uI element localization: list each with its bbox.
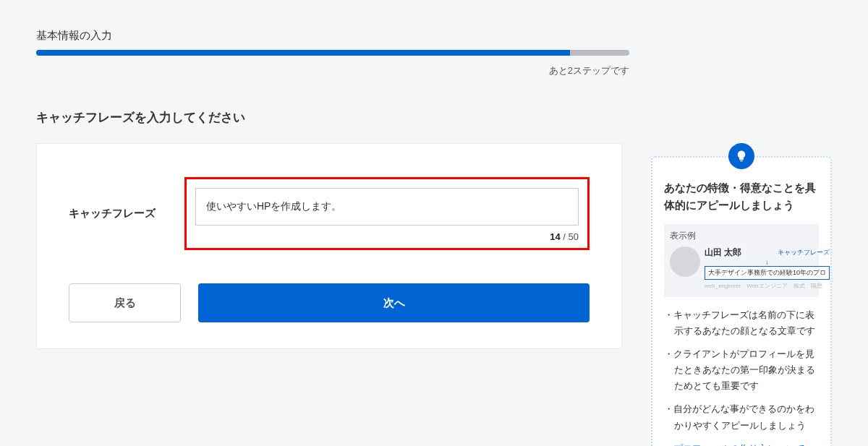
tip-list: ・キャッチフレーズは名前の下に表示するあなたの顔となる文章です ・クライアントが… <box>664 307 819 446</box>
back-button[interactable]: 戻る <box>69 283 181 322</box>
example-catch-label: キャッチフレーズ <box>778 248 830 257</box>
example-phrase: 大手デザイン事務所での経験10年のプロ <box>705 266 830 280</box>
example-name: 山田 太郎 <box>705 246 741 259</box>
field-label: キャッチフレーズ <box>69 207 184 220</box>
progress-bar <box>36 50 629 56</box>
svg-rect-0 <box>740 160 743 161</box>
example-tags: web_engineer Webエンジニア 株式 職歴 <box>705 282 830 290</box>
field-highlight: 14 / 50 <box>184 177 590 250</box>
tip-example-label: 表示例 <box>670 230 813 242</box>
progress-caption: あと2ステップです <box>36 64 629 77</box>
tip-list-item-link[interactable]: ・プロフィールの作り方について、詳しくはこちら <box>664 441 819 446</box>
lightbulb-icon <box>728 143 754 169</box>
progress-fill <box>36 50 570 56</box>
tip-list-item: ・キャッチフレーズは名前の下に表示するあなたの顔となる文章です <box>664 307 819 339</box>
next-button[interactable]: 次へ <box>198 283 590 322</box>
main-card: キャッチフレーズ 14 / 50 戻る 次へ <box>36 143 622 349</box>
progress-title: 基本情報の入力 <box>36 29 832 43</box>
tip-list-item: ・クライアントがプロフィールを見たときあなたの第一印象が決まるためとても重要です <box>664 346 819 394</box>
tip-example: 表示例 山田 太郎 キャッチフレーズ ↓ 大手デザイン事務所での経験10年のプロ… <box>664 224 819 297</box>
tip-panel: あなたの特徴・得意なことを具体的にアピールしましょう 表示例 山田 太郎 キャッ… <box>651 143 832 446</box>
char-count-current: 14 <box>550 231 560 242</box>
avatar <box>670 246 700 277</box>
section-title: キャッチフレーズを入力してください <box>36 109 832 126</box>
tip-list-item: ・自分がどんな事ができるのかをわかりやすくアピールしましょう <box>664 401 819 433</box>
char-count: 14 / 50 <box>195 231 579 242</box>
char-count-max: 50 <box>569 231 579 242</box>
catchphrase-input[interactable] <box>195 188 579 226</box>
arrow-down-icon: ↓ <box>705 260 830 265</box>
tip-title: あなたの特徴・得意なことを具体的にアピールしましょう <box>664 179 819 214</box>
